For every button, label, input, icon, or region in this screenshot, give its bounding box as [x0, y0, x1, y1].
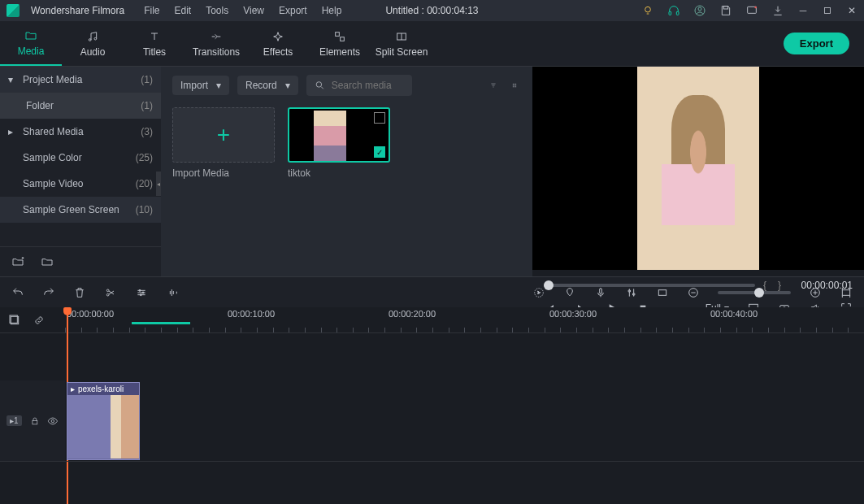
- search-icon: [315, 79, 325, 92]
- zoom-knob[interactable]: [754, 288, 764, 298]
- tree-shared-media[interactable]: ▸ Shared Media (3): [0, 119, 161, 145]
- menu-edit[interactable]: Edit: [175, 5, 192, 16]
- tree-count: (20): [136, 178, 153, 189]
- tab-titles[interactable]: Titles: [124, 21, 185, 66]
- tree-folder[interactable]: Folder (1): [0, 93, 161, 119]
- svg-rect-43: [32, 420, 37, 424]
- svg-point-22: [514, 86, 515, 87]
- tab-effects[interactable]: Effects: [247, 21, 309, 66]
- svg-point-30: [139, 289, 141, 291]
- tab-transitions[interactable]: Transitions: [185, 21, 247, 66]
- tree-sample-green[interactable]: Sample Green Screen (10): [0, 197, 161, 223]
- clip-name: pexels-karoli: [78, 385, 124, 393]
- new-folder-icon[interactable]: [41, 255, 54, 268]
- tree-sample-color[interactable]: Sample Color (25): [0, 145, 161, 171]
- search-input[interactable]: [332, 80, 404, 91]
- menu-tools[interactable]: Tools: [206, 5, 228, 16]
- text-icon: [148, 30, 161, 43]
- lock-icon[interactable]: [30, 416, 40, 426]
- title-right-icons: ─ ✕: [641, 4, 857, 17]
- timeline-clip[interactable]: ▸ pexels-karoli: [67, 382, 140, 460]
- audio-wave-icon[interactable]: [166, 286, 179, 299]
- undo-button[interactable]: [11, 286, 24, 299]
- split-button[interactable]: [104, 286, 117, 299]
- menu-help[interactable]: Help: [322, 5, 342, 16]
- crop-icon[interactable]: [656, 286, 669, 299]
- split-icon: [395, 30, 408, 43]
- collapse-handle[interactable]: ◂: [156, 172, 161, 196]
- scrub-bar[interactable]: [544, 284, 755, 287]
- tab-split-screen[interactable]: Split Screen: [371, 21, 432, 66]
- adjust-icon[interactable]: [135, 286, 148, 299]
- track-gutter: ▸1: [0, 380, 65, 461]
- folder-icon: [24, 29, 37, 42]
- titlebar: Wondershare Filmora File Edit Tools View…: [0, 0, 864, 21]
- tree-count: (1): [141, 100, 153, 111]
- search-media[interactable]: [306, 75, 412, 96]
- tree-project-media[interactable]: ▾ Project Media (1): [0, 67, 161, 93]
- track-manager-icon[interactable]: [8, 314, 21, 327]
- chevron-right-icon: ▸: [8, 126, 16, 137]
- voiceover-icon[interactable]: [594, 286, 607, 299]
- mixer-icon[interactable]: [625, 286, 638, 299]
- media-clip-tiktok[interactable]: ✓ tiktok: [288, 107, 390, 179]
- left-panel: ▾ Project Media (1) Folder (1) ▸ Shared …: [0, 67, 161, 276]
- minimize-button[interactable]: ─: [797, 5, 809, 16]
- headphones-icon[interactable]: [667, 4, 680, 17]
- timeline-body[interactable]: ▸1 ▸ pexels-karoli: [0, 333, 864, 504]
- import-media-card[interactable]: + Import Media: [172, 107, 275, 179]
- message-icon[interactable]: [745, 4, 758, 17]
- time-ruler[interactable]: 00:00:00:00 00:00:10:00 00:00:20:00 00:0…: [65, 307, 864, 332]
- export-button[interactable]: Export: [784, 33, 849, 54]
- svg-point-10: [94, 37, 97, 40]
- tab-elements[interactable]: Elements: [309, 21, 371, 66]
- svg-point-14: [316, 82, 321, 87]
- scrub-knob[interactable]: [544, 280, 554, 290]
- mark-out-button[interactable]: }: [778, 280, 781, 291]
- maximize-button[interactable]: [822, 5, 833, 16]
- tab-audio[interactable]: Audio: [62, 21, 124, 66]
- zoom-fit-button[interactable]: [840, 286, 853, 299]
- save-icon[interactable]: [719, 4, 732, 17]
- new-folder-plus-icon[interactable]: [11, 255, 24, 268]
- import-dropdown[interactable]: Import ▾: [172, 76, 229, 95]
- svg-point-15: [513, 84, 514, 85]
- redo-button[interactable]: [42, 286, 55, 299]
- mark-in-button[interactable]: {: [763, 280, 766, 291]
- user-icon[interactable]: [693, 4, 706, 17]
- clip-play-icon: ▸: [71, 385, 75, 393]
- tree-label: Project Media: [23, 74, 82, 85]
- zoom-slider[interactable]: [718, 291, 791, 294]
- render-icon[interactable]: [532, 286, 545, 299]
- zoom-in-button[interactable]: [809, 286, 822, 299]
- shapes-icon: [333, 30, 346, 43]
- svg-rect-40: [842, 289, 849, 295]
- svg-point-31: [142, 292, 144, 293]
- delete-button[interactable]: [73, 286, 86, 299]
- lightbulb-icon[interactable]: [641, 4, 654, 17]
- tab-media[interactable]: Media: [0, 21, 62, 66]
- menu-view[interactable]: View: [243, 5, 264, 16]
- menu-export[interactable]: Export: [279, 5, 307, 16]
- menu-file[interactable]: File: [144, 5, 159, 16]
- record-dropdown[interactable]: Record ▾: [237, 76, 298, 95]
- tab-split-label: Split Screen: [376, 46, 428, 58]
- tree-label: Folder: [26, 100, 54, 111]
- tree-sample-video[interactable]: Sample Video (20): [0, 171, 161, 197]
- zoom-out-button[interactable]: [687, 286, 700, 299]
- tab-effects-label: Effects: [263, 46, 293, 58]
- main-area: ▾ Project Media (1) Folder (1) ▸ Shared …: [0, 67, 864, 276]
- svg-point-9: [89, 38, 91, 41]
- left-bottom-icons: [0, 246, 161, 276]
- svg-point-32: [140, 293, 141, 295]
- clip-header: ▸ pexels-karoli: [67, 383, 139, 395]
- preview-viewport[interactable]: [532, 67, 864, 270]
- filter-icon[interactable]: [487, 79, 500, 92]
- eye-icon[interactable]: [47, 415, 59, 427]
- download-icon[interactable]: [771, 4, 784, 17]
- link-icon[interactable]: [33, 314, 46, 327]
- marker-icon[interactable]: [563, 286, 576, 299]
- svg-rect-2: [676, 11, 679, 15]
- grid-view-icon[interactable]: [508, 79, 521, 92]
- close-button[interactable]: ✕: [846, 5, 857, 16]
